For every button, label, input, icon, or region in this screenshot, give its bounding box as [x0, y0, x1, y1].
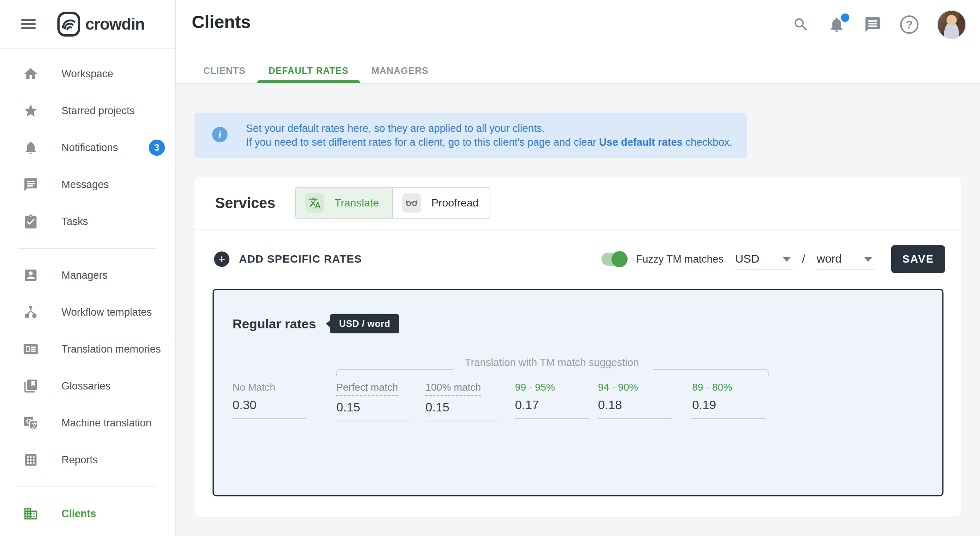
rate-input[interactable]: 0.30 [233, 398, 306, 412]
sidebar: crowdin Workspace Starred projects Notif… [0, 0, 176, 536]
sidebar-item-notifications[interactable]: Notifications 3 [0, 129, 175, 166]
regular-rates-title: Regular rates [233, 316, 316, 331]
memory-card-icon [23, 341, 38, 357]
rates-unit-badge: USD / word [330, 314, 399, 333]
sidebar-item-messages[interactable]: Messages [0, 166, 175, 203]
menu-icon[interactable] [21, 17, 36, 32]
sidebar-item-translation-memories[interactable]: Translation memories [0, 331, 175, 368]
services-title: Services [215, 195, 275, 211]
service-option-translate[interactable]: Translate [296, 188, 393, 218]
service-option-proofread[interactable]: Proofread [393, 188, 490, 218]
sidebar-item-workflow-templates[interactable]: Workflow templates [0, 294, 175, 331]
translate-icon [305, 193, 324, 213]
help-icon[interactable]: ? [900, 15, 919, 34]
rate-column-100-match: 100% match 0.15 [425, 381, 499, 421]
rate-column-99-95: 99 - 95% 0.17 [515, 381, 589, 419]
user-avatar[interactable] [937, 10, 966, 39]
sidebar-item-glossaries[interactable]: Glossaries [0, 368, 175, 404]
sidebar-item-label: Clients [61, 508, 96, 520]
toggle-knob [611, 251, 628, 267]
sidebar-item-label: Messages [61, 179, 109, 191]
header-actions: ? [792, 10, 966, 39]
sidebar-item-starred-projects[interactable]: Starred projects [0, 92, 175, 129]
rate-column-no-match: No Match 0.30 [233, 381, 306, 419]
tab-clients[interactable]: CLIENTS [192, 58, 257, 83]
crowdin-logo-icon [57, 11, 81, 37]
clipboard-check-icon [23, 214, 38, 229]
page-title: Clients [192, 12, 251, 32]
sidebar-item-label: Managers [61, 270, 108, 281]
rate-column-89-80: 89 - 80% 0.19 [692, 381, 766, 419]
calculator-icon [23, 452, 38, 468]
chevron-down-icon [864, 257, 872, 262]
sidebar-item-machine-translation[interactable]: G文 Machine translation [0, 404, 175, 441]
crowdin-logo-text: crowdin [85, 15, 145, 33]
rate-input[interactable]: 0.15 [336, 400, 410, 414]
person-card-icon [23, 268, 38, 283]
info-banner: i Set your default rates here, so they a… [194, 113, 747, 158]
sidebar-item-label: Tasks [61, 216, 88, 228]
rate-input[interactable]: 0.17 [515, 398, 589, 412]
sidebar-item-label: Machine translation [61, 417, 151, 429]
building-icon [23, 506, 38, 521]
plus-icon: + [214, 251, 229, 267]
service-switcher: Translate Proofread [295, 187, 490, 219]
app-root: crowdin Workspace Starred projects Notif… [0, 0, 980, 536]
sidebar-item-label: Notifications [61, 142, 118, 154]
chevron-down-icon [783, 257, 791, 262]
add-specific-rates-button[interactable]: + ADD SPECIFIC RATES [214, 251, 362, 267]
rate-input[interactable]: 0.18 [598, 398, 672, 412]
sidebar-divider [18, 248, 157, 249]
rate-column-perfect-match: Perfect match 0.15 [336, 381, 410, 421]
info-icon: i [212, 127, 228, 142]
sidebar-item-label: Reports [61, 454, 98, 466]
banner-line-1: Set your default rates here, so they are… [246, 122, 732, 135]
toolbar-right: Fuzzy TM matches USD / word SAVE [601, 245, 945, 273]
sidebar-item-clients[interactable]: Clients [0, 495, 175, 532]
rate-input[interactable]: 0.19 [692, 398, 766, 412]
sidebar-item-label: Workspace [61, 68, 113, 80]
sidebar-item-label: Starred projects [61, 105, 135, 117]
unit-select[interactable]: word [817, 248, 874, 270]
fuzzy-tm-toggle[interactable] [601, 253, 626, 266]
main-area: Clients ? CLIENTS DEFAULT RATES MANAGERS… [176, 0, 980, 536]
page-content: i Set your default rates here, so they a… [176, 84, 980, 536]
rate-input[interactable]: 0.15 [425, 400, 499, 414]
unit-separator: / [802, 253, 805, 266]
services-row: Services Translate Proofread [194, 177, 961, 229]
fuzzy-tm-label: Fuzzy TM matches [636, 253, 724, 265]
currency-select[interactable]: USD [735, 248, 793, 270]
machine-translation-icon: G文 [23, 415, 38, 431]
rates-toolbar: + ADD SPECIFIC RATES Fuzzy TM matches US… [194, 230, 961, 289]
default-rates-card: Services Translate Proofread [194, 177, 961, 517]
search-icon[interactable] [792, 16, 809, 33]
notifications-count-badge: 3 [149, 140, 165, 156]
regular-rates-panel: Regular rates USD / word Translation wit… [213, 289, 943, 496]
sidebar-item-workspace[interactable]: Workspace [0, 55, 175, 92]
sidebar-item-reports[interactable]: Reports [0, 441, 175, 478]
messages-icon[interactable] [864, 16, 882, 33]
tab-default-rates[interactable]: DEFAULT RATES [257, 58, 360, 83]
sidebar-item-tasks[interactable]: Tasks [0, 203, 175, 240]
tm-group-bracket-right [653, 369, 769, 376]
notifications-bell-button[interactable] [828, 16, 845, 33]
page-tabs: CLIENTS DEFAULT RATES MANAGERS [192, 58, 440, 83]
sidebar-nav: Workspace Starred projects Notifications… [0, 49, 175, 532]
book-bookmark-icon [23, 378, 38, 394]
sidebar-item-label: Workflow templates [61, 306, 152, 318]
regular-rates-header: Regular rates USD / word [214, 290, 942, 333]
crowdin-logo[interactable]: crowdin [57, 11, 145, 37]
sidebar-header: crowdin [0, 0, 175, 49]
bell-icon [23, 140, 38, 155]
workflow-icon [23, 305, 38, 320]
svg-text:文: 文 [32, 422, 38, 428]
sidebar-divider [18, 486, 157, 487]
sidebar-item-managers[interactable]: Managers [0, 257, 175, 294]
save-button[interactable]: SAVE [891, 245, 945, 273]
tab-managers[interactable]: MANAGERS [360, 58, 440, 83]
home-icon [23, 66, 38, 82]
tm-group-label: Translation with TM match suggestion [444, 357, 659, 369]
unread-notification-dot [841, 13, 849, 22]
sidebar-item-label: Glossaries [61, 380, 111, 392]
star-icon [23, 103, 38, 118]
